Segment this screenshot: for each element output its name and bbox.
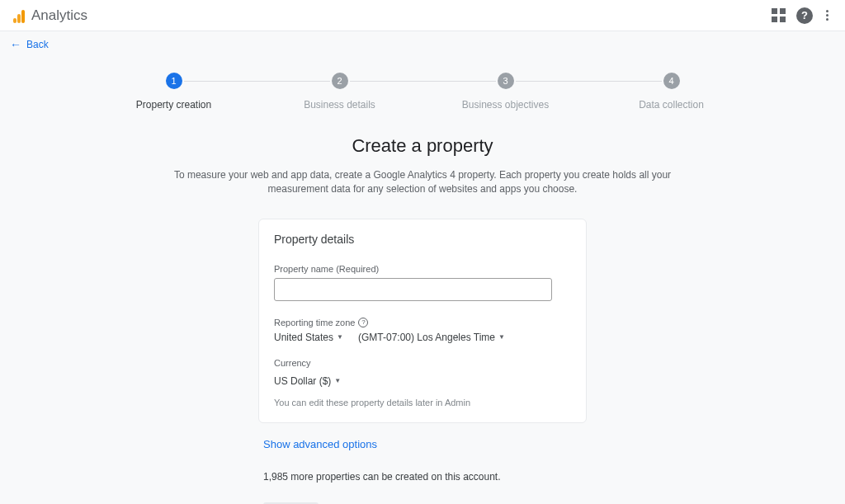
step-label: Property creation: [91, 99, 257, 111]
property-name-field: Property name (Required): [274, 264, 571, 301]
timezone-country-select[interactable]: United States ▼: [274, 332, 343, 343]
analytics-logo-icon: [13, 8, 25, 23]
main-content: ← Back 1 Property creation 2 Business de…: [0, 31, 845, 504]
currency-field: Currency US Dollar ($) ▼: [274, 358, 571, 388]
edit-later-note: You can edit these property details late…: [274, 398, 571, 407]
back-label: Back: [26, 39, 49, 50]
stepper: 1 Property creation 2 Business details 3…: [0, 58, 845, 111]
timezone-field: Reporting time zone ? United States ▼ (G…: [274, 318, 571, 343]
help-circle-icon[interactable]: ?: [358, 318, 368, 327]
header-left: Analytics: [13, 7, 87, 24]
property-details-card: Property details Property name (Required…: [258, 219, 587, 423]
chevron-down-icon: ▼: [498, 333, 505, 341]
chevron-down-icon: ▼: [337, 333, 343, 341]
step-business-details[interactable]: 2 Business details: [257, 73, 422, 111]
step-number: 2: [332, 73, 348, 89]
apps-icon[interactable]: [772, 8, 786, 23]
step-number: 3: [498, 73, 514, 89]
help-icon[interactable]: ?: [796, 7, 813, 24]
property-name-input[interactable]: [274, 278, 552, 301]
chevron-down-icon: ▼: [334, 377, 341, 384]
card-title: Property details: [274, 233, 571, 246]
app-header: Analytics ?: [0, 0, 845, 31]
step-label: Business details: [257, 99, 422, 111]
property-name-label: Property name (Required): [274, 264, 571, 274]
app-title: Analytics: [31, 7, 87, 24]
page-title: Create a property: [0, 135, 845, 157]
properties-remaining-note: 1,985 more properties can be created on …: [263, 471, 587, 483]
more-vert-icon[interactable]: [823, 7, 832, 24]
step-label: Business objectives: [422, 99, 588, 111]
step-data-collection[interactable]: 4 Data collection: [588, 73, 754, 111]
currency-select[interactable]: US Dollar ($) ▼: [274, 375, 341, 387]
step-number: 4: [663, 73, 680, 89]
timezone-value-select[interactable]: (GMT-07:00) Los Angeles Time ▼: [358, 332, 505, 343]
back-link[interactable]: ← Back: [0, 31, 845, 58]
step-property-creation[interactable]: 1 Property creation: [91, 73, 257, 111]
currency-label: Currency: [274, 358, 571, 368]
step-label: Data collection: [588, 99, 754, 111]
page-subtitle: To measure your web and app data, create…: [171, 168, 674, 197]
step-number: 1: [166, 73, 182, 89]
step-business-objectives[interactable]: 3 Business objectives: [422, 73, 588, 111]
header-right: ?: [772, 7, 832, 24]
show-advanced-link[interactable]: Show advanced options: [263, 438, 377, 450]
timezone-label: Reporting time zone ?: [274, 318, 571, 327]
arrow-left-icon: ←: [10, 38, 21, 51]
